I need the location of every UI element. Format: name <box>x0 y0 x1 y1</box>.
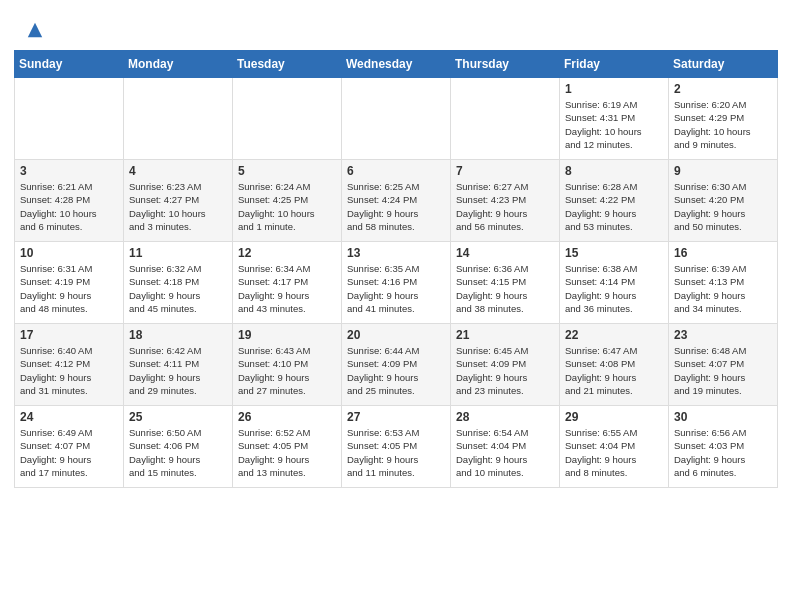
calendar-day-cell <box>342 78 451 160</box>
day-number: 29 <box>565 410 663 424</box>
day-info: Sunrise: 6:34 AM Sunset: 4:17 PM Dayligh… <box>238 262 336 315</box>
day-info: Sunrise: 6:20 AM Sunset: 4:29 PM Dayligh… <box>674 98 772 151</box>
calendar-header-cell: Tuesday <box>233 51 342 78</box>
calendar-day-cell: 23Sunrise: 6:48 AM Sunset: 4:07 PM Dayli… <box>669 324 778 406</box>
day-info: Sunrise: 6:39 AM Sunset: 4:13 PM Dayligh… <box>674 262 772 315</box>
calendar-week-row: 24Sunrise: 6:49 AM Sunset: 4:07 PM Dayli… <box>15 406 778 488</box>
calendar-day-cell <box>15 78 124 160</box>
day-info: Sunrise: 6:28 AM Sunset: 4:22 PM Dayligh… <box>565 180 663 233</box>
calendar-day-cell: 19Sunrise: 6:43 AM Sunset: 4:10 PM Dayli… <box>233 324 342 406</box>
calendar-day-cell: 2Sunrise: 6:20 AM Sunset: 4:29 PM Daylig… <box>669 78 778 160</box>
calendar-day-cell: 25Sunrise: 6:50 AM Sunset: 4:06 PM Dayli… <box>124 406 233 488</box>
calendar-day-cell: 12Sunrise: 6:34 AM Sunset: 4:17 PM Dayli… <box>233 242 342 324</box>
day-info: Sunrise: 6:21 AM Sunset: 4:28 PM Dayligh… <box>20 180 118 233</box>
day-info: Sunrise: 6:50 AM Sunset: 4:06 PM Dayligh… <box>129 426 227 479</box>
calendar-day-cell: 29Sunrise: 6:55 AM Sunset: 4:04 PM Dayli… <box>560 406 669 488</box>
day-number: 28 <box>456 410 554 424</box>
calendar-body: 1Sunrise: 6:19 AM Sunset: 4:31 PM Daylig… <box>15 78 778 488</box>
day-info: Sunrise: 6:47 AM Sunset: 4:08 PM Dayligh… <box>565 344 663 397</box>
calendar-header-cell: Saturday <box>669 51 778 78</box>
calendar-day-cell: 17Sunrise: 6:40 AM Sunset: 4:12 PM Dayli… <box>15 324 124 406</box>
calendar-day-cell: 7Sunrise: 6:27 AM Sunset: 4:23 PM Daylig… <box>451 160 560 242</box>
day-number: 5 <box>238 164 336 178</box>
calendar-week-row: 10Sunrise: 6:31 AM Sunset: 4:19 PM Dayli… <box>15 242 778 324</box>
calendar-day-cell: 21Sunrise: 6:45 AM Sunset: 4:09 PM Dayli… <box>451 324 560 406</box>
day-info: Sunrise: 6:35 AM Sunset: 4:16 PM Dayligh… <box>347 262 445 315</box>
day-number: 17 <box>20 328 118 342</box>
day-info: Sunrise: 6:30 AM Sunset: 4:20 PM Dayligh… <box>674 180 772 233</box>
svg-marker-0 <box>28 23 42 37</box>
day-number: 16 <box>674 246 772 260</box>
day-number: 24 <box>20 410 118 424</box>
calendar-day-cell: 4Sunrise: 6:23 AM Sunset: 4:27 PM Daylig… <box>124 160 233 242</box>
day-info: Sunrise: 6:42 AM Sunset: 4:11 PM Dayligh… <box>129 344 227 397</box>
day-info: Sunrise: 6:40 AM Sunset: 4:12 PM Dayligh… <box>20 344 118 397</box>
day-number: 27 <box>347 410 445 424</box>
calendar-day-cell: 6Sunrise: 6:25 AM Sunset: 4:24 PM Daylig… <box>342 160 451 242</box>
day-number: 9 <box>674 164 772 178</box>
calendar-day-cell: 13Sunrise: 6:35 AM Sunset: 4:16 PM Dayli… <box>342 242 451 324</box>
calendar-table: SundayMondayTuesdayWednesdayThursdayFrid… <box>14 50 778 488</box>
day-number: 12 <box>238 246 336 260</box>
calendar-header-cell: Thursday <box>451 51 560 78</box>
calendar-day-cell: 3Sunrise: 6:21 AM Sunset: 4:28 PM Daylig… <box>15 160 124 242</box>
calendar-week-row: 17Sunrise: 6:40 AM Sunset: 4:12 PM Dayli… <box>15 324 778 406</box>
calendar-day-cell: 10Sunrise: 6:31 AM Sunset: 4:19 PM Dayli… <box>15 242 124 324</box>
calendar-header-cell: Sunday <box>15 51 124 78</box>
calendar-day-cell: 27Sunrise: 6:53 AM Sunset: 4:05 PM Dayli… <box>342 406 451 488</box>
calendar-header-cell: Wednesday <box>342 51 451 78</box>
calendar-day-cell <box>233 78 342 160</box>
calendar-day-cell: 22Sunrise: 6:47 AM Sunset: 4:08 PM Dayli… <box>560 324 669 406</box>
day-number: 3 <box>20 164 118 178</box>
day-number: 7 <box>456 164 554 178</box>
day-number: 22 <box>565 328 663 342</box>
day-info: Sunrise: 6:36 AM Sunset: 4:15 PM Dayligh… <box>456 262 554 315</box>
calendar-day-cell: 26Sunrise: 6:52 AM Sunset: 4:05 PM Dayli… <box>233 406 342 488</box>
day-info: Sunrise: 6:24 AM Sunset: 4:25 PM Dayligh… <box>238 180 336 233</box>
calendar-day-cell: 20Sunrise: 6:44 AM Sunset: 4:09 PM Dayli… <box>342 324 451 406</box>
calendar-day-cell <box>124 78 233 160</box>
day-info: Sunrise: 6:19 AM Sunset: 4:31 PM Dayligh… <box>565 98 663 151</box>
day-number: 23 <box>674 328 772 342</box>
day-info: Sunrise: 6:53 AM Sunset: 4:05 PM Dayligh… <box>347 426 445 479</box>
day-info: Sunrise: 6:49 AM Sunset: 4:07 PM Dayligh… <box>20 426 118 479</box>
calendar-header-row: SundayMondayTuesdayWednesdayThursdayFrid… <box>15 51 778 78</box>
day-info: Sunrise: 6:56 AM Sunset: 4:03 PM Dayligh… <box>674 426 772 479</box>
calendar-day-cell: 14Sunrise: 6:36 AM Sunset: 4:15 PM Dayli… <box>451 242 560 324</box>
day-info: Sunrise: 6:54 AM Sunset: 4:04 PM Dayligh… <box>456 426 554 479</box>
calendar-day-cell: 24Sunrise: 6:49 AM Sunset: 4:07 PM Dayli… <box>15 406 124 488</box>
day-number: 14 <box>456 246 554 260</box>
calendar-day-cell: 1Sunrise: 6:19 AM Sunset: 4:31 PM Daylig… <box>560 78 669 160</box>
day-number: 2 <box>674 82 772 96</box>
day-number: 4 <box>129 164 227 178</box>
day-number: 19 <box>238 328 336 342</box>
calendar-day-cell: 30Sunrise: 6:56 AM Sunset: 4:03 PM Dayli… <box>669 406 778 488</box>
day-number: 13 <box>347 246 445 260</box>
calendar-day-cell: 5Sunrise: 6:24 AM Sunset: 4:25 PM Daylig… <box>233 160 342 242</box>
calendar-day-cell: 9Sunrise: 6:30 AM Sunset: 4:20 PM Daylig… <box>669 160 778 242</box>
page-header <box>0 0 792 50</box>
day-info: Sunrise: 6:43 AM Sunset: 4:10 PM Dayligh… <box>238 344 336 397</box>
day-number: 15 <box>565 246 663 260</box>
logo <box>24 18 44 42</box>
day-number: 21 <box>456 328 554 342</box>
day-number: 8 <box>565 164 663 178</box>
calendar-header-cell: Monday <box>124 51 233 78</box>
day-number: 6 <box>347 164 445 178</box>
calendar-day-cell: 18Sunrise: 6:42 AM Sunset: 4:11 PM Dayli… <box>124 324 233 406</box>
day-number: 26 <box>238 410 336 424</box>
calendar-header-cell: Friday <box>560 51 669 78</box>
calendar-day-cell: 15Sunrise: 6:38 AM Sunset: 4:14 PM Dayli… <box>560 242 669 324</box>
calendar-week-row: 1Sunrise: 6:19 AM Sunset: 4:31 PM Daylig… <box>15 78 778 160</box>
day-info: Sunrise: 6:38 AM Sunset: 4:14 PM Dayligh… <box>565 262 663 315</box>
day-number: 18 <box>129 328 227 342</box>
calendar-day-cell: 11Sunrise: 6:32 AM Sunset: 4:18 PM Dayli… <box>124 242 233 324</box>
day-info: Sunrise: 6:25 AM Sunset: 4:24 PM Dayligh… <box>347 180 445 233</box>
day-number: 10 <box>20 246 118 260</box>
day-number: 11 <box>129 246 227 260</box>
logo-icon <box>26 21 44 39</box>
day-info: Sunrise: 6:31 AM Sunset: 4:19 PM Dayligh… <box>20 262 118 315</box>
day-number: 20 <box>347 328 445 342</box>
calendar-day-cell: 28Sunrise: 6:54 AM Sunset: 4:04 PM Dayli… <box>451 406 560 488</box>
day-info: Sunrise: 6:55 AM Sunset: 4:04 PM Dayligh… <box>565 426 663 479</box>
